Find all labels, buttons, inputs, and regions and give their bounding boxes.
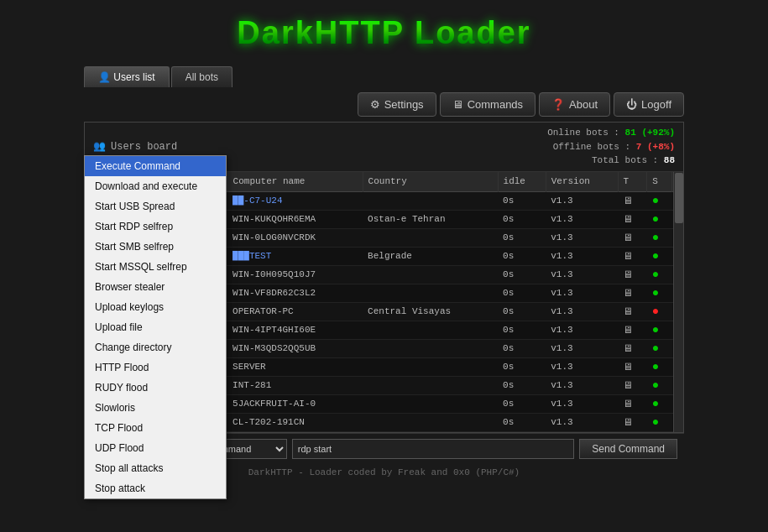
menu-item-stop-attack[interactable]: Stop attack [85, 478, 226, 498]
navbar: ⚙ Settings 🖥 Commands ❓ About ⏻ Logoff [0, 87, 768, 122]
row-t: 🖥 [618, 265, 647, 284]
cmd-input[interactable] [292, 439, 574, 459]
menu-item-slowloris[interactable]: Slowloris [85, 398, 226, 418]
tab-all-bots[interactable]: All bots [171, 66, 232, 87]
menu-item-udp-flood[interactable]: UDP Flood [85, 438, 226, 458]
commands-icon: 🖥 [452, 98, 463, 111]
board-title: 👥 Users board [93, 140, 177, 153]
row-country [363, 265, 498, 284]
menu-item-upload-keylogs[interactable]: Upload keylogs [85, 297, 226, 317]
row-version: v1.3 [546, 339, 618, 357]
commands-button[interactable]: 🖥 Commands [440, 92, 536, 117]
row-s: ● [647, 394, 672, 413]
row-idle: 0s [498, 339, 546, 357]
tab-users-list[interactable]: 👤 Users list [84, 66, 170, 87]
row-version: v1.3 [546, 357, 618, 376]
row-version: v1.3 [546, 413, 618, 431]
row-t: 🖥 [618, 357, 647, 376]
row-country [363, 394, 498, 413]
row-s: ● [647, 265, 672, 284]
row-version: v1.3 [546, 228, 618, 247]
row-country [363, 357, 498, 376]
about-button[interactable]: ❓ About [539, 92, 610, 117]
row-version: v1.3 [546, 302, 618, 321]
row-t: 🖥 [618, 376, 647, 394]
row-s: ● [647, 413, 672, 431]
row-computer-name: OPERATOR-PC [227, 302, 363, 321]
row-idle: 0s [498, 394, 546, 413]
row-s: ● [647, 284, 672, 302]
row-computer-name: WIN-0LOG0NVCRDK [227, 228, 363, 247]
menu-item-stop-all-attacks[interactable]: Stop all attacks [85, 458, 226, 478]
row-t: 🖥 [618, 247, 647, 265]
row-idle: 0s [498, 413, 546, 431]
menu-item-http-flood[interactable]: HTTP Flood [85, 357, 226, 378]
row-idle: 0s [498, 191, 546, 210]
menu-item-rudy-flood[interactable]: RUDY flood [85, 378, 226, 398]
row-idle: 0s [498, 376, 546, 394]
row-s: ● [647, 339, 672, 357]
row-version: v1.3 [546, 376, 618, 394]
row-s: ● [647, 357, 672, 376]
row-t: 🖥 [618, 210, 647, 228]
menu-item-change-directory[interactable]: Change directory [85, 337, 226, 357]
row-idle: 0s [498, 210, 546, 228]
scroll-thumb[interactable] [675, 173, 683, 223]
row-s: ● [647, 302, 672, 321]
tab-row: 👤 Users list All bots [0, 61, 768, 87]
menu-item-execute-command[interactable]: Execute Command [85, 156, 226, 176]
row-version: v1.3 [546, 265, 618, 284]
menu-item-tcp-flood[interactable]: TCP Flood [85, 418, 226, 438]
row-s: ● [647, 376, 672, 394]
row-computer-name: WIN-I0H095Q10J7 [227, 265, 363, 284]
menu-item-start-usb-spread[interactable]: Start USB Spread [85, 196, 226, 216]
row-idle: 0s [498, 357, 546, 376]
row-t: 🖥 [618, 339, 647, 357]
app-title: DarkHTTP Loader [0, 15, 768, 51]
settings-button[interactable]: ⚙ Settings [358, 92, 436, 117]
row-country [363, 413, 498, 431]
row-t: 🖥 [618, 284, 647, 302]
row-version: v1.3 [546, 394, 618, 413]
row-idle: 0s [498, 247, 546, 265]
row-version: v1.3 [546, 210, 618, 228]
row-t: 🖥 [618, 413, 647, 431]
row-idle: 0s [498, 321, 546, 339]
send-command-button[interactable]: Send Command [579, 439, 677, 459]
menu-item-download-and-execute[interactable]: Download and execute [85, 176, 226, 196]
row-computer-name: CL-T202-191CN [227, 413, 363, 431]
row-idle: 0s [498, 265, 546, 284]
row-s: ● [647, 191, 672, 210]
settings-icon: ⚙ [370, 98, 380, 111]
scrollbar[interactable] [673, 172, 683, 432]
row-version: v1.3 [546, 284, 618, 302]
row-country [363, 228, 498, 247]
col-country: Country [363, 172, 498, 192]
header: DarkHTTP Loader [0, 0, 768, 61]
logoff-button[interactable]: ⏻ Logoff [614, 92, 684, 117]
menu-item-start-smb-selfrep[interactable]: Start SMB selfrep [85, 237, 226, 257]
online-stat: Online bots : 81 (+92%) [547, 126, 675, 140]
row-country: Ostan-e Tehran [363, 210, 498, 228]
row-version: v1.3 [546, 321, 618, 339]
about-icon: ❓ [551, 98, 565, 111]
row-t: 🖥 [618, 191, 647, 210]
menu-item-upload-file[interactable]: Upload file [85, 317, 226, 337]
row-version: v1.3 [546, 191, 618, 210]
row-idle: 0s [498, 228, 546, 247]
row-computer-name: SERVER [227, 357, 363, 376]
row-country [363, 321, 498, 339]
row-computer-name: INT-281 [227, 376, 363, 394]
users-board-icon: 👥 [93, 140, 106, 153]
logoff-icon: ⏻ [626, 98, 637, 111]
menu-item-start-rdp-selfrep[interactable]: Start RDP selfrep [85, 216, 226, 237]
row-country [363, 376, 498, 394]
col-version: Version [546, 172, 618, 192]
offline-stat: Offline bots : 7 (+8%) [547, 140, 675, 154]
row-country: Central Visayas [363, 302, 498, 321]
menu-item-browser-stealer[interactable]: Browser stealer [85, 277, 226, 297]
stats-right: Online bots : 81 (+92%) Offline bots : 7… [547, 126, 675, 168]
menu-item-start-mssql-selfrep[interactable]: Start MSSQL selfrep [85, 257, 226, 277]
col-t: T [618, 172, 647, 192]
row-computer-name: 5JACKFRUIT-AI-0 [227, 394, 363, 413]
